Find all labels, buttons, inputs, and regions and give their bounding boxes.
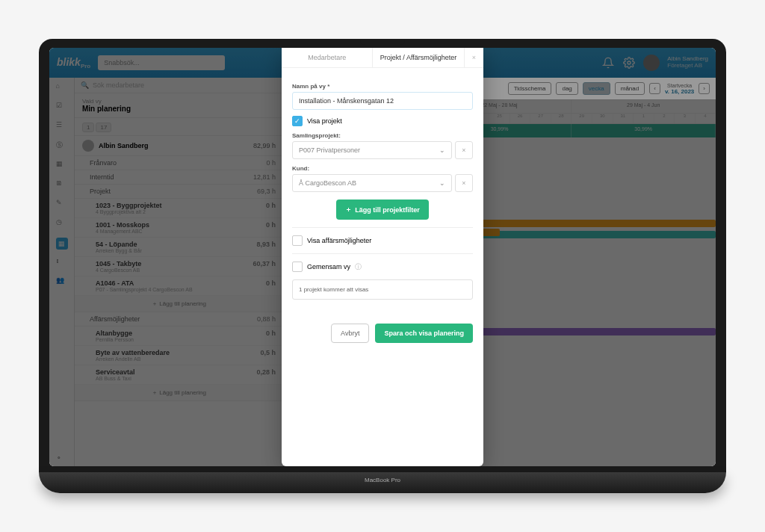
- view-name-input[interactable]: [292, 92, 473, 110]
- name-label: Namn på vy *: [292, 83, 473, 90]
- info-box: 1 projekt kommer att visas: [292, 279, 473, 300]
- cancel-button[interactable]: Avbryt: [331, 324, 369, 343]
- shared-view-label: Gemensam vy: [307, 263, 350, 270]
- plus-icon: ＋: [345, 205, 352, 214]
- modal-backdrop: Medarbetare Projekt / Affärsmöjligheter …: [49, 48, 716, 466]
- tab-projekt[interactable]: Projekt / Affärsmöjligheter: [373, 48, 464, 67]
- collection-label: Samlingsprojekt:: [292, 132, 473, 139]
- customer-select[interactable]: Å CargoBescon AB⌄: [292, 174, 452, 192]
- save-button[interactable]: Spara och visa planering: [375, 324, 473, 343]
- clear-collection-button[interactable]: ×: [455, 141, 473, 159]
- show-affars-label: Visa affärsmöjligheter: [307, 237, 371, 244]
- shared-view-checkbox[interactable]: [292, 262, 303, 272]
- clear-customer-button[interactable]: ×: [455, 174, 473, 192]
- chevron-down-icon: ⌄: [439, 146, 445, 154]
- info-icon[interactable]: ⓘ: [355, 262, 362, 272]
- close-icon[interactable]: ×: [465, 48, 483, 67]
- laptop-base: MacBook Pro: [39, 472, 726, 493]
- collection-select[interactable]: P007 Privatpersoner⌄: [292, 141, 452, 159]
- show-projects-label: Visa projekt: [307, 117, 342, 125]
- show-affars-checkbox[interactable]: [292, 235, 303, 246]
- view-settings-modal: Medarbetare Projekt / Affärsmöjligheter …: [282, 48, 483, 466]
- customer-label: Kund:: [292, 165, 473, 172]
- chevron-down-icon: ⌄: [439, 179, 445, 187]
- tab-medarbetare[interactable]: Medarbetare: [282, 48, 373, 67]
- add-project-filter-button[interactable]: ＋Lägg till projektfilter: [336, 200, 429, 220]
- show-projects-checkbox[interactable]: ✓: [292, 116, 303, 126]
